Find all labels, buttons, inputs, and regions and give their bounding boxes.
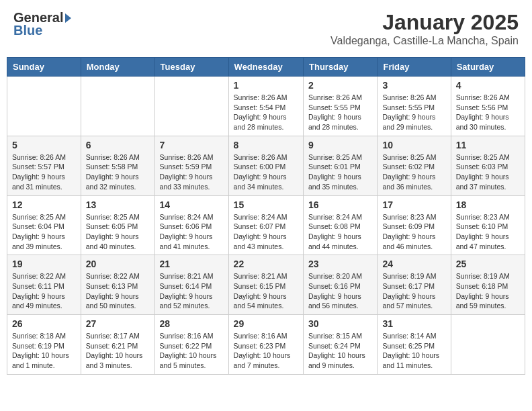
day-number: 11 (456, 140, 520, 150)
month-title: January 2025 (330, 10, 519, 35)
calendar-cell: 10Sunrise: 8:25 AM Sunset: 6:02 PM Dayli… (378, 136, 451, 195)
day-number: 29 (234, 318, 298, 329)
day-number: 5 (12, 140, 76, 150)
day-info: Sunrise: 8:26 AM Sunset: 5:55 PM Dayligh… (382, 93, 445, 132)
calendar-cell: 2Sunrise: 8:26 AM Sunset: 5:55 PM Daylig… (304, 77, 378, 136)
calendar-cell: 5Sunrise: 8:26 AM Sunset: 5:57 PM Daylig… (7, 136, 81, 195)
day-number: 17 (382, 199, 445, 210)
day-number: 9 (308, 140, 372, 150)
calendar-cell: 23Sunrise: 8:20 AM Sunset: 6:16 PM Dayli… (304, 255, 378, 315)
day-info: Sunrise: 8:24 AM Sunset: 6:06 PM Dayligh… (160, 212, 224, 252)
calendar-header: SundayMondayTuesdayWednesdayThursdayFrid… (7, 58, 525, 77)
day-number: 2 (308, 80, 372, 91)
day-info: Sunrise: 8:18 AM Sunset: 6:19 PM Dayligh… (12, 331, 76, 371)
day-number: 20 (86, 259, 150, 269)
calendar-cell (154, 77, 228, 136)
day-info: Sunrise: 8:25 AM Sunset: 6:02 PM Dayligh… (382, 152, 445, 192)
title-area: January 2025 Valdeganga, Castille-La Man… (330, 10, 519, 47)
day-number: 31 (382, 318, 445, 329)
calendar-cell (81, 77, 154, 136)
calendar-cell: 13Sunrise: 8:25 AM Sunset: 6:05 PM Dayli… (81, 195, 154, 255)
day-number: 3 (382, 80, 445, 91)
day-number: 4 (456, 80, 520, 91)
day-info: Sunrise: 8:26 AM Sunset: 5:56 PM Dayligh… (456, 93, 520, 132)
calendar-cell: 17Sunrise: 8:23 AM Sunset: 6:09 PM Dayli… (378, 195, 451, 255)
calendar-cell: 14Sunrise: 8:24 AM Sunset: 6:06 PM Dayli… (154, 195, 228, 255)
weekday-header: Saturday (451, 58, 525, 77)
day-info: Sunrise: 8:15 AM Sunset: 6:24 PM Dayligh… (308, 331, 372, 371)
day-number: 14 (160, 199, 224, 210)
day-info: Sunrise: 8:21 AM Sunset: 6:15 PM Dayligh… (234, 271, 298, 311)
calendar-week-row: 5Sunrise: 8:26 AM Sunset: 5:57 PM Daylig… (7, 136, 525, 195)
calendar-cell: 30Sunrise: 8:15 AM Sunset: 6:24 PM Dayli… (304, 315, 378, 375)
day-info: Sunrise: 8:26 AM Sunset: 5:54 PM Dayligh… (234, 93, 298, 132)
day-info: Sunrise: 8:26 AM Sunset: 5:55 PM Dayligh… (308, 93, 372, 132)
day-number: 22 (234, 259, 298, 269)
calendar-cell: 1Sunrise: 8:26 AM Sunset: 5:54 PM Daylig… (228, 77, 303, 136)
day-number: 1 (234, 80, 298, 91)
day-info: Sunrise: 8:26 AM Sunset: 5:58 PM Dayligh… (86, 152, 150, 192)
calendar-cell: 7Sunrise: 8:26 AM Sunset: 5:59 PM Daylig… (154, 136, 228, 195)
calendar-cell (451, 315, 525, 375)
weekday-header: Tuesday (154, 58, 228, 77)
day-info: Sunrise: 8:21 AM Sunset: 6:14 PM Dayligh… (160, 271, 224, 311)
day-info: Sunrise: 8:26 AM Sunset: 6:00 PM Dayligh… (234, 152, 298, 192)
calendar-cell: 21Sunrise: 8:21 AM Sunset: 6:14 PM Dayli… (154, 255, 228, 315)
logo-arrow-icon (65, 13, 71, 23)
calendar-cell: 31Sunrise: 8:14 AM Sunset: 6:25 PM Dayli… (378, 315, 451, 375)
calendar-cell: 6Sunrise: 8:26 AM Sunset: 5:58 PM Daylig… (81, 136, 154, 195)
calendar-cell: 27Sunrise: 8:17 AM Sunset: 6:21 PM Dayli… (81, 315, 154, 375)
calendar-cell: 9Sunrise: 8:25 AM Sunset: 6:01 PM Daylig… (304, 136, 378, 195)
calendar-week-row: 19Sunrise: 8:22 AM Sunset: 6:11 PM Dayli… (7, 255, 525, 315)
day-number: 18 (456, 199, 520, 210)
day-number: 21 (160, 259, 224, 269)
calendar-cell: 22Sunrise: 8:21 AM Sunset: 6:15 PM Dayli… (228, 255, 303, 315)
day-info: Sunrise: 8:24 AM Sunset: 6:08 PM Dayligh… (308, 212, 372, 252)
day-info: Sunrise: 8:22 AM Sunset: 6:11 PM Dayligh… (12, 271, 76, 311)
day-info: Sunrise: 8:19 AM Sunset: 6:17 PM Dayligh… (382, 271, 445, 311)
calendar-cell: 11Sunrise: 8:25 AM Sunset: 6:03 PM Dayli… (451, 136, 525, 195)
day-info: Sunrise: 8:17 AM Sunset: 6:21 PM Dayligh… (86, 331, 150, 371)
day-number: 13 (86, 199, 150, 210)
calendar: SundayMondayTuesdayWednesdayThursdayFrid… (7, 57, 525, 375)
day-number: 25 (456, 259, 520, 269)
calendar-cell (7, 77, 81, 136)
day-number: 8 (234, 140, 298, 150)
calendar-cell: 12Sunrise: 8:25 AM Sunset: 6:04 PM Dayli… (7, 195, 81, 255)
day-info: Sunrise: 8:19 AM Sunset: 6:18 PM Dayligh… (456, 271, 520, 311)
day-info: Sunrise: 8:26 AM Sunset: 5:57 PM Dayligh… (12, 152, 76, 192)
day-info: Sunrise: 8:14 AM Sunset: 6:25 PM Dayligh… (382, 331, 445, 371)
calendar-cell: 18Sunrise: 8:23 AM Sunset: 6:10 PM Dayli… (451, 195, 525, 255)
calendar-week-row: 12Sunrise: 8:25 AM Sunset: 6:04 PM Dayli… (7, 195, 525, 255)
calendar-cell: 3Sunrise: 8:26 AM Sunset: 5:55 PM Daylig… (378, 77, 451, 136)
calendar-cell: 4Sunrise: 8:26 AM Sunset: 5:56 PM Daylig… (451, 77, 525, 136)
day-info: Sunrise: 8:20 AM Sunset: 6:16 PM Dayligh… (308, 271, 372, 311)
day-number: 24 (382, 259, 445, 269)
day-info: Sunrise: 8:25 AM Sunset: 6:05 PM Dayligh… (86, 212, 150, 252)
day-number: 27 (86, 318, 150, 329)
day-number: 30 (308, 318, 372, 329)
weekday-header: Monday (81, 58, 154, 77)
header: General Blue January 2025 Valdeganga, Ca… (7, 7, 525, 50)
calendar-cell: 24Sunrise: 8:19 AM Sunset: 6:17 PM Dayli… (378, 255, 451, 315)
day-info: Sunrise: 8:25 AM Sunset: 6:01 PM Dayligh… (308, 152, 372, 192)
day-number: 7 (160, 140, 224, 150)
day-number: 19 (12, 259, 76, 269)
weekday-header: Friday (378, 58, 451, 77)
day-number: 26 (12, 318, 76, 329)
calendar-cell: 28Sunrise: 8:16 AM Sunset: 6:22 PM Dayli… (154, 315, 228, 375)
day-info: Sunrise: 8:16 AM Sunset: 6:22 PM Dayligh… (160, 331, 224, 371)
logo-blue: Blue (13, 23, 42, 38)
location-title: Valdeganga, Castille-La Mancha, Spain (330, 35, 519, 47)
day-info: Sunrise: 8:23 AM Sunset: 6:10 PM Dayligh… (456, 212, 520, 252)
day-info: Sunrise: 8:26 AM Sunset: 5:59 PM Dayligh… (160, 152, 224, 192)
day-number: 28 (160, 318, 224, 329)
day-info: Sunrise: 8:24 AM Sunset: 6:07 PM Dayligh… (234, 212, 298, 252)
day-info: Sunrise: 8:22 AM Sunset: 6:13 PM Dayligh… (86, 271, 150, 311)
day-number: 12 (12, 199, 76, 210)
calendar-week-row: 1Sunrise: 8:26 AM Sunset: 5:54 PM Daylig… (7, 77, 525, 136)
calendar-cell: 8Sunrise: 8:26 AM Sunset: 6:00 PM Daylig… (228, 136, 303, 195)
day-number: 10 (382, 140, 445, 150)
day-info: Sunrise: 8:23 AM Sunset: 6:09 PM Dayligh… (382, 212, 445, 252)
weekday-header: Thursday (304, 58, 378, 77)
